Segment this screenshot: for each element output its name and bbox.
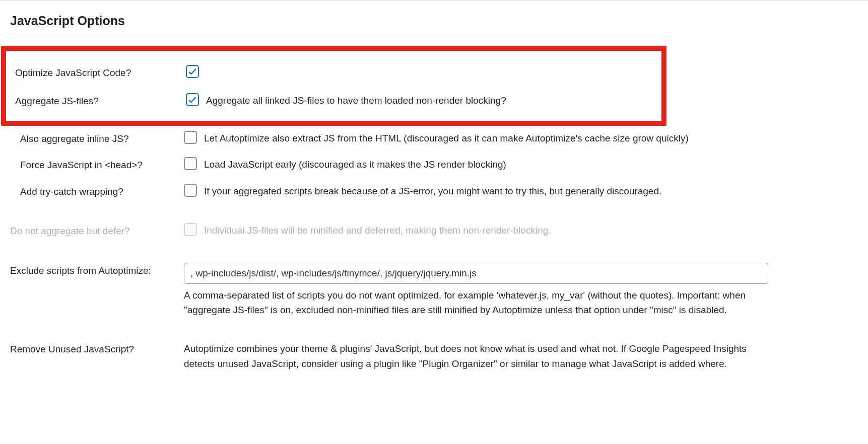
desc-inline-js: Let Autoptimize also extract JS from the… xyxy=(204,131,689,145)
label-trycatch: Add try-catch wrapping? xyxy=(10,184,184,199)
help-exclude: A comma-separated list of scripts you do… xyxy=(184,288,768,318)
label-aggregate-js: Aggregate JS-files? xyxy=(12,93,186,109)
check-icon xyxy=(187,95,197,105)
row-trycatch: Add try-catch wrapping? If your aggregat… xyxy=(10,184,858,199)
check-icon xyxy=(187,66,197,77)
section-title: JavaScript Options xyxy=(10,12,858,31)
control-remove-unused: Autoptimize combines your theme & plugin… xyxy=(184,341,858,371)
label-exclude: Exclude scripts from Autoptimize: xyxy=(10,263,184,278)
checkbox-defer xyxy=(184,223,197,236)
label-inline-js: Also aggregate inline JS? xyxy=(10,131,184,146)
checkbox-force-head[interactable] xyxy=(184,157,197,170)
control-force-head: Load JavaScript early (discouraged as it… xyxy=(184,157,858,172)
control-defer: Individual JS-files will be minified and… xyxy=(184,223,858,238)
control-optimize-js xyxy=(186,65,655,78)
control-exclude: A comma-separated list of scripts you do… xyxy=(184,263,858,318)
input-exclude-scripts[interactable] xyxy=(184,263,768,284)
javascript-options-section: JavaScript Options Optimize JavaScript C… xyxy=(0,12,868,394)
highlighted-options: Optimize JavaScript Code? Aggregate JS-f… xyxy=(1,46,666,126)
desc-force-head: Load JavaScript early (discouraged as it… xyxy=(204,157,506,172)
checkbox-inline-js[interactable] xyxy=(184,131,197,144)
control-aggregate-js: Aggregate all linked JS-files to have th… xyxy=(186,93,655,108)
checkbox-trycatch[interactable] xyxy=(184,184,197,197)
checkbox-aggregate-js[interactable] xyxy=(186,93,199,106)
row-inline-js: Also aggregate inline JS? Let Autoptimiz… xyxy=(10,131,858,146)
row-aggregate-js: Aggregate JS-files? Aggregate all linked… xyxy=(12,93,655,109)
desc-trycatch: If your aggregated scripts break because… xyxy=(204,184,661,198)
label-force-head: Force JavaScript in <head>? xyxy=(10,157,184,173)
desc-aggregate-js: Aggregate all linked JS-files to have th… xyxy=(206,93,506,108)
row-defer: Do not aggregate but defer? Individual J… xyxy=(10,223,858,239)
row-remove-unused: Remove Unused JavaScript? Autoptimize co… xyxy=(10,341,858,371)
row-exclude: Exclude scripts from Autoptimize: A comm… xyxy=(10,263,858,318)
row-optimize-js: Optimize JavaScript Code? xyxy=(12,65,655,81)
checkbox-optimize-js[interactable] xyxy=(186,65,199,78)
control-inline-js: Let Autoptimize also extract JS from the… xyxy=(184,131,858,145)
row-force-head: Force JavaScript in <head>? Load JavaScr… xyxy=(10,157,858,173)
options-table: Optimize JavaScript Code? Aggregate JS-f… xyxy=(10,46,858,372)
control-trycatch: If your aggregated scripts break because… xyxy=(184,184,858,198)
label-remove-unused: Remove Unused JavaScript? xyxy=(10,341,184,357)
label-defer: Do not aggregate but defer? xyxy=(10,223,184,239)
desc-remove-unused: Autoptimize combines your theme & plugin… xyxy=(184,341,758,371)
desc-defer: Individual JS-files will be minified and… xyxy=(204,223,551,238)
label-optimize-js: Optimize JavaScript Code? xyxy=(12,65,186,81)
